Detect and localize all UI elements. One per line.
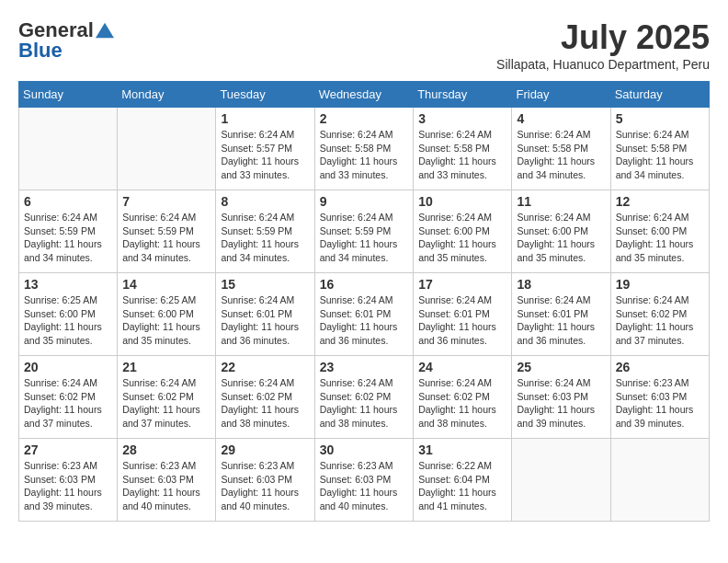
day-info: Sunrise: 6:24 AM Sunset: 6:03 PM Dayligh…	[517, 376, 605, 431]
calendar-cell: 3Sunrise: 6:24 AM Sunset: 5:58 PM Daylig…	[414, 108, 512, 190]
calendar-table: SundayMondayTuesdayWednesdayThursdayFrid…	[18, 81, 710, 522]
day-info: Sunrise: 6:23 AM Sunset: 6:03 PM Dayligh…	[221, 459, 309, 513]
day-info: Sunrise: 6:24 AM Sunset: 6:02 PM Dayligh…	[24, 376, 112, 431]
calendar-header-thursday: Thursday	[414, 82, 512, 108]
calendar-header-monday: Monday	[118, 82, 216, 108]
calendar-cell	[610, 439, 709, 522]
calendar-cell: 4Sunrise: 6:24 AM Sunset: 5:58 PM Daylig…	[512, 108, 610, 190]
day-info: Sunrise: 6:23 AM Sunset: 6:03 PM Dayligh…	[122, 459, 210, 513]
calendar-header-tuesday: Tuesday	[216, 82, 314, 108]
day-info: Sunrise: 6:24 AM Sunset: 6:00 PM Dayligh…	[517, 211, 605, 265]
calendar-cell: 8Sunrise: 6:24 AM Sunset: 5:59 PM Daylig…	[216, 190, 314, 273]
day-number: 25	[517, 360, 605, 374]
day-info: Sunrise: 6:24 AM Sunset: 5:58 PM Dayligh…	[616, 128, 704, 182]
day-info: Sunrise: 6:24 AM Sunset: 5:59 PM Dayligh…	[221, 211, 309, 265]
calendar-week-4: 20Sunrise: 6:24 AM Sunset: 6:02 PM Dayli…	[19, 356, 710, 439]
day-info: Sunrise: 6:24 AM Sunset: 6:01 PM Dayligh…	[320, 293, 409, 348]
day-info: Sunrise: 6:24 AM Sunset: 5:59 PM Dayligh…	[24, 211, 112, 265]
day-number: 4	[517, 111, 605, 126]
day-number: 28	[122, 442, 210, 457]
calendar-cell: 16Sunrise: 6:24 AM Sunset: 6:01 PM Dayli…	[314, 273, 414, 356]
calendar-week-5: 27Sunrise: 6:23 AM Sunset: 6:03 PM Dayli…	[19, 439, 710, 522]
day-number: 12	[616, 194, 704, 209]
day-number: 11	[517, 194, 605, 209]
calendar-cell: 7Sunrise: 6:24 AM Sunset: 5:59 PM Daylig…	[118, 190, 216, 273]
calendar-cell: 31Sunrise: 6:22 AM Sunset: 6:04 PM Dayli…	[414, 439, 512, 522]
day-info: Sunrise: 6:23 AM Sunset: 6:03 PM Dayligh…	[24, 459, 112, 513]
day-info: Sunrise: 6:24 AM Sunset: 5:57 PM Dayligh…	[221, 128, 309, 182]
day-number: 26	[616, 360, 704, 374]
calendar-cell: 22Sunrise: 6:24 AM Sunset: 6:02 PM Dayli…	[216, 356, 314, 439]
day-info: Sunrise: 6:24 AM Sunset: 5:59 PM Dayligh…	[122, 211, 210, 265]
calendar-cell: 23Sunrise: 6:24 AM Sunset: 6:02 PM Dayli…	[314, 356, 414, 439]
calendar-cell: 21Sunrise: 6:24 AM Sunset: 6:02 PM Dayli…	[118, 356, 216, 439]
day-info: Sunrise: 6:24 AM Sunset: 6:02 PM Dayligh…	[221, 376, 309, 431]
calendar-cell: 19Sunrise: 6:24 AM Sunset: 6:02 PM Dayli…	[610, 273, 709, 356]
day-info: Sunrise: 6:24 AM Sunset: 6:02 PM Dayligh…	[616, 293, 704, 348]
day-number: 19	[616, 277, 704, 292]
calendar-cell: 30Sunrise: 6:23 AM Sunset: 6:03 PM Dayli…	[314, 439, 414, 522]
day-info: Sunrise: 6:24 AM Sunset: 5:59 PM Dayligh…	[320, 211, 409, 265]
day-number: 15	[221, 277, 309, 292]
calendar-cell: 6Sunrise: 6:24 AM Sunset: 5:59 PM Daylig…	[19, 190, 118, 273]
day-number: 5	[616, 111, 704, 126]
calendar-cell: 12Sunrise: 6:24 AM Sunset: 6:00 PM Dayli…	[610, 190, 709, 273]
day-number: 3	[418, 111, 506, 126]
calendar-cell: 25Sunrise: 6:24 AM Sunset: 6:03 PM Dayli…	[512, 356, 610, 439]
calendar-header-friday: Friday	[512, 82, 610, 108]
day-info: Sunrise: 6:24 AM Sunset: 5:58 PM Dayligh…	[418, 128, 506, 182]
calendar-cell: 27Sunrise: 6:23 AM Sunset: 6:03 PM Dayli…	[19, 439, 118, 522]
calendar-cell	[512, 439, 610, 522]
day-number: 23	[320, 360, 409, 374]
day-number: 2	[320, 111, 409, 126]
calendar-week-1: 1Sunrise: 6:24 AM Sunset: 5:57 PM Daylig…	[19, 108, 710, 190]
day-info: Sunrise: 6:23 AM Sunset: 6:03 PM Dayligh…	[616, 376, 704, 431]
day-number: 10	[418, 194, 506, 209]
day-number: 1	[221, 111, 309, 126]
day-number: 22	[221, 360, 309, 374]
calendar-cell	[19, 108, 118, 190]
location: Sillapata, Huanuco Department, Peru	[496, 57, 710, 72]
calendar-cell: 14Sunrise: 6:25 AM Sunset: 6:00 PM Dayli…	[118, 273, 216, 356]
day-info: Sunrise: 6:23 AM Sunset: 6:03 PM Dayligh…	[320, 459, 409, 513]
day-number: 24	[418, 360, 506, 374]
day-info: Sunrise: 6:24 AM Sunset: 6:00 PM Dayligh…	[418, 211, 506, 265]
day-info: Sunrise: 6:24 AM Sunset: 6:02 PM Dayligh…	[122, 376, 210, 431]
day-number: 18	[517, 277, 605, 292]
day-number: 20	[24, 360, 112, 374]
calendar-cell: 11Sunrise: 6:24 AM Sunset: 6:00 PM Dayli…	[512, 190, 610, 273]
svg-marker-0	[96, 23, 114, 39]
logo: General Blue	[18, 18, 114, 63]
calendar-cell: 1Sunrise: 6:24 AM Sunset: 5:57 PM Daylig…	[216, 108, 314, 190]
calendar-cell: 18Sunrise: 6:24 AM Sunset: 6:01 PM Dayli…	[512, 273, 610, 356]
day-number: 7	[122, 194, 210, 209]
day-number: 30	[320, 442, 409, 457]
day-info: Sunrise: 6:24 AM Sunset: 5:58 PM Dayligh…	[320, 128, 409, 182]
calendar-cell: 20Sunrise: 6:24 AM Sunset: 6:02 PM Dayli…	[19, 356, 118, 439]
day-info: Sunrise: 6:25 AM Sunset: 6:00 PM Dayligh…	[122, 293, 210, 348]
calendar-cell: 17Sunrise: 6:24 AM Sunset: 6:01 PM Dayli…	[414, 273, 512, 356]
calendar-header-saturday: Saturday	[610, 82, 709, 108]
calendar-cell: 10Sunrise: 6:24 AM Sunset: 6:00 PM Dayli…	[414, 190, 512, 273]
day-number: 6	[24, 194, 112, 209]
day-info: Sunrise: 6:24 AM Sunset: 6:01 PM Dayligh…	[418, 293, 506, 348]
logo-icon	[96, 21, 114, 40]
logo-blue: Blue	[18, 39, 63, 63]
calendar-header-sunday: Sunday	[19, 82, 118, 108]
calendar-cell: 15Sunrise: 6:24 AM Sunset: 6:01 PM Dayli…	[216, 273, 314, 356]
calendar-week-2: 6Sunrise: 6:24 AM Sunset: 5:59 PM Daylig…	[19, 190, 710, 273]
calendar-cell: 5Sunrise: 6:24 AM Sunset: 5:58 PM Daylig…	[610, 108, 709, 190]
day-info: Sunrise: 6:24 AM Sunset: 6:00 PM Dayligh…	[616, 211, 704, 265]
title-section: July 2025 Sillapata, Huanuco Department,…	[496, 18, 710, 72]
calendar-header-wednesday: Wednesday	[314, 82, 414, 108]
calendar-cell: 26Sunrise: 6:23 AM Sunset: 6:03 PM Dayli…	[610, 356, 709, 439]
calendar-cell: 9Sunrise: 6:24 AM Sunset: 5:59 PM Daylig…	[314, 190, 414, 273]
day-number: 14	[122, 277, 210, 292]
calendar-cell	[118, 108, 216, 190]
day-info: Sunrise: 6:24 AM Sunset: 6:01 PM Dayligh…	[221, 293, 309, 348]
day-info: Sunrise: 6:25 AM Sunset: 6:00 PM Dayligh…	[24, 293, 112, 348]
day-number: 27	[24, 442, 112, 457]
calendar-header-row: SundayMondayTuesdayWednesdayThursdayFrid…	[19, 82, 710, 108]
day-info: Sunrise: 6:22 AM Sunset: 6:04 PM Dayligh…	[418, 459, 506, 513]
day-number: 8	[221, 194, 309, 209]
